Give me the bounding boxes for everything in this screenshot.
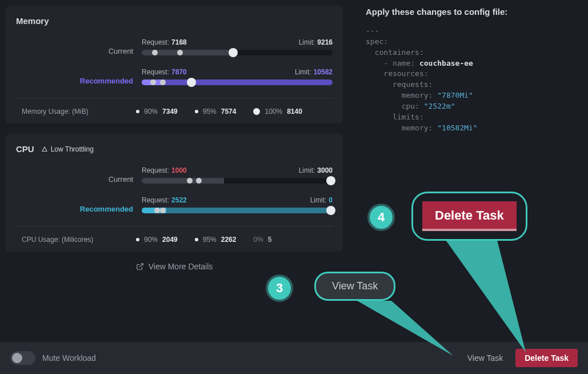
limit-label: Limit: xyxy=(310,196,327,204)
request-label: Request: xyxy=(142,196,169,204)
callout-3-view-task: View Task xyxy=(314,272,395,301)
memory-card: Memory Current Request:7168 Limit:9216 xyxy=(6,6,343,124)
cpu-current-slider[interactable] xyxy=(142,178,333,184)
mute-workload-toggle[interactable] xyxy=(10,351,35,365)
memory-rec-request: 7870 xyxy=(171,68,187,76)
memory-current-row: Current Request:7168 Limit:9216 xyxy=(16,38,333,55)
memory-usage-label: Memory Usage: (MiB) xyxy=(22,108,119,116)
current-label: Current xyxy=(16,47,142,55)
cpu-card: CPU Low Throttling Current Request:1000 … xyxy=(6,134,343,252)
request-label: Request: xyxy=(142,38,169,46)
delete-task-button[interactable]: Delete Task xyxy=(515,349,578,367)
recommended-label: Recommended xyxy=(16,77,142,85)
memory-rec-slider[interactable] xyxy=(142,79,333,85)
warning-icon xyxy=(41,146,48,153)
cpu-p100-partial: 0%5 xyxy=(253,236,271,244)
memory-title: Memory xyxy=(16,16,333,26)
request-label: Request: xyxy=(142,68,169,76)
cpu-rec-limit: 0 xyxy=(329,196,333,204)
cpu-p95: 95%2262 xyxy=(195,236,237,244)
cpu-title: CPU Low Throttling xyxy=(16,144,333,154)
cpu-rec-slider[interactable] xyxy=(142,208,333,213)
mute-workload-label: Mute Workload xyxy=(42,353,96,363)
memory-p90: 90%7349 xyxy=(136,108,178,116)
view-more-details-link[interactable]: View More Details xyxy=(6,262,343,271)
memory-rec-limit: 10582 xyxy=(314,68,333,76)
memory-usage-row: Memory Usage: (MiB) 90%7349 95%7574 100%… xyxy=(16,98,333,116)
cpu-throttling-badge: Low Throttling xyxy=(41,145,94,153)
memory-current-request: 7168 xyxy=(171,38,187,46)
view-task-button[interactable]: View Task xyxy=(467,353,503,363)
cpu-usage-row: CPU Usage: (Milicores) 90%2049 95%2262 0… xyxy=(16,226,333,244)
cpu-current-row: Current Request:1000 Limit:3000 xyxy=(16,166,333,184)
memory-p100: 100%8140 xyxy=(253,108,302,116)
cpu-p90: 90%2049 xyxy=(136,236,178,244)
request-label: Request: xyxy=(142,166,169,174)
cpu-current-limit: 3000 xyxy=(317,166,333,174)
cpu-usage-label: CPU Usage: (Milicores) xyxy=(22,236,119,244)
cpu-rec-request: 2522 xyxy=(171,196,187,204)
cpu-title-text: CPU xyxy=(16,144,34,154)
memory-p95: 95%7574 xyxy=(195,108,237,116)
recommended-label: Recommended xyxy=(16,205,142,213)
footer-bar: Mute Workload View Task Delete Task xyxy=(0,342,588,374)
cpu-recommended-row: Recommended Request:2522 Limit:0 xyxy=(16,196,333,213)
resource-panel: Memory Current Request:7168 Limit:9216 xyxy=(0,0,354,374)
memory-current-limit: 9216 xyxy=(317,38,333,46)
config-yaml: --- spec: containers: - name: couchbase-… xyxy=(366,26,577,133)
config-panel: Apply these changes to config file: --- … xyxy=(354,0,588,374)
callout-4-delete-task: Delete Task xyxy=(411,192,527,241)
memory-recommended-row: Recommended Request:7870 Limit:10582 xyxy=(16,68,333,85)
limit-label: Limit: xyxy=(299,38,315,46)
current-label: Current xyxy=(16,175,142,184)
limit-label: Limit: xyxy=(299,166,315,174)
cpu-current-request: 1000 xyxy=(171,166,187,174)
limit-label: Limit: xyxy=(295,68,311,76)
external-link-icon xyxy=(136,262,144,270)
memory-current-slider[interactable] xyxy=(142,50,333,55)
config-title: Apply these changes to config file: xyxy=(366,7,577,17)
callout-3-number: 3 xyxy=(266,274,293,302)
callout-4-number: 4 xyxy=(367,204,395,231)
